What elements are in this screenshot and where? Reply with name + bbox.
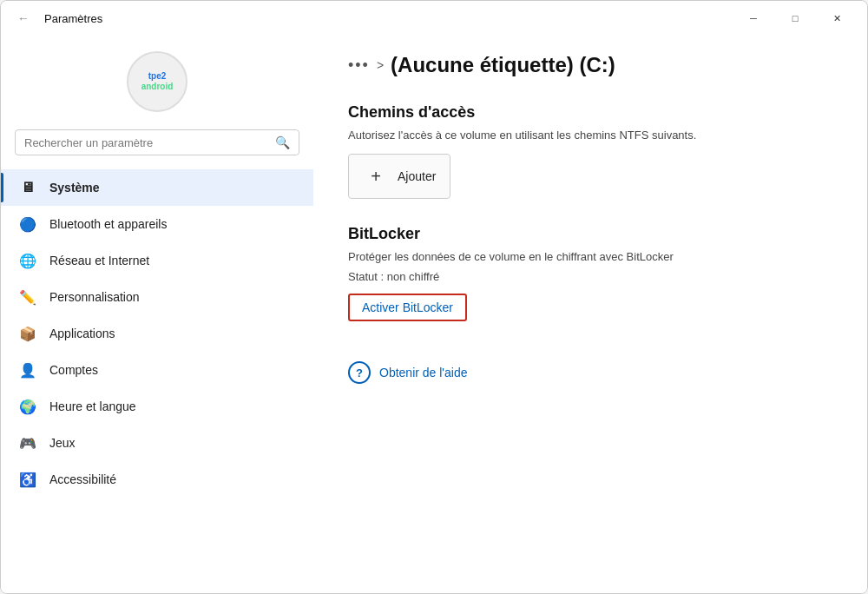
chemins-section: Chemins d'accès Autorisez l'accès à ce v… bbox=[348, 103, 832, 199]
nav-label-systeme: Système bbox=[49, 181, 100, 195]
accessibilite-icon: ♿ bbox=[18, 470, 37, 489]
nav-item-systeme[interactable]: 🖥 Système bbox=[1, 169, 313, 206]
nav-item-personnalisation[interactable]: ✏️ Personnalisation bbox=[1, 279, 313, 315]
nav-label-reseau: Réseau et Internet bbox=[49, 254, 149, 267]
nav-label-accessibilite: Accessibilité bbox=[49, 472, 116, 486]
nav-item-heure[interactable]: 🌍 Heure et langue bbox=[1, 388, 313, 425]
activate-bitlocker-button[interactable]: Activer BitLocker bbox=[348, 294, 467, 321]
reseau-icon: 🌐 bbox=[18, 251, 37, 270]
window-title: Paramètres bbox=[44, 12, 102, 25]
plus-icon: + bbox=[363, 163, 389, 189]
right-content: ••• > (Aucune étiquette) (C:) Chemins d'… bbox=[313, 36, 867, 593]
back-button[interactable]: ← bbox=[11, 6, 36, 30]
maximize-button[interactable]: □ bbox=[775, 4, 815, 32]
search-input[interactable] bbox=[24, 136, 268, 149]
logo-area: tpe2 android bbox=[1, 43, 313, 129]
bitlocker-section: BitLocker Protéger les données de ce vol… bbox=[348, 225, 832, 347]
window-controls: ─ □ ✕ bbox=[733, 4, 857, 32]
logo: tpe2 android bbox=[127, 51, 187, 112]
main-content: tpe2 android 🔍 🖥 Système 🔵 Bluetooth et … bbox=[1, 36, 867, 593]
bluetooth-icon: 🔵 bbox=[18, 214, 37, 234]
bitlocker-status: Statut : non chiffré bbox=[348, 270, 832, 283]
chemins-desc: Autorisez l'accès à ce volume en utilisa… bbox=[348, 129, 832, 142]
help-label: Obtenir de l'aide bbox=[379, 366, 468, 380]
nav-item-applications[interactable]: 📦 Applications bbox=[1, 315, 313, 352]
logo-text: tpe2 android bbox=[141, 71, 174, 92]
personnalisation-icon: ✏️ bbox=[18, 287, 37, 307]
search-icon: 🔍 bbox=[275, 135, 290, 149]
nav-item-bluetooth[interactable]: 🔵 Bluetooth et appareils bbox=[1, 206, 313, 242]
applications-icon: 📦 bbox=[18, 324, 37, 343]
title-bar: ← Paramètres ─ □ ✕ bbox=[1, 1, 867, 36]
bitlocker-title: BitLocker bbox=[348, 225, 832, 243]
nav-label-personnalisation: Personnalisation bbox=[49, 290, 140, 304]
add-path-button[interactable]: + Ajouter bbox=[348, 154, 450, 199]
chemins-title: Chemins d'accès bbox=[348, 103, 832, 122]
nav-label-jeux: Jeux bbox=[49, 436, 76, 450]
nav-item-comptes[interactable]: 👤 Comptes bbox=[1, 352, 313, 388]
settings-window: ← Paramètres ─ □ ✕ tpe2 android bbox=[0, 0, 868, 594]
nav-item-jeux[interactable]: 🎮 Jeux bbox=[1, 425, 313, 461]
comptes-icon: 👤 bbox=[18, 360, 37, 380]
breadcrumb-chevron: > bbox=[377, 58, 384, 72]
sidebar: tpe2 android 🔍 🖥 Système 🔵 Bluetooth et … bbox=[1, 36, 313, 593]
systeme-icon: 🖥 bbox=[18, 178, 37, 197]
add-label: Ajouter bbox=[398, 169, 436, 183]
help-icon: ? bbox=[348, 361, 371, 384]
search-box[interactable]: 🔍 bbox=[15, 129, 299, 155]
nav-item-accessibilite[interactable]: ♿ Accessibilité bbox=[1, 461, 313, 498]
nav-label-heure: Heure et langue bbox=[49, 399, 136, 413]
close-button[interactable]: ✕ bbox=[817, 4, 857, 32]
nav-label-comptes: Comptes bbox=[49, 363, 98, 377]
minimize-button[interactable]: ─ bbox=[733, 4, 773, 32]
breadcrumb-title: (Aucune étiquette) (C:) bbox=[391, 53, 615, 77]
breadcrumb-dots: ••• bbox=[348, 56, 370, 75]
bitlocker-desc: Protéger les données de ce volume en le … bbox=[348, 250, 832, 263]
title-bar-left: ← Paramètres bbox=[11, 6, 102, 30]
help-row[interactable]: ? Obtenir de l'aide bbox=[348, 361, 832, 384]
jeux-icon: 🎮 bbox=[18, 433, 37, 452]
nav-label-bluetooth: Bluetooth et appareils bbox=[49, 217, 167, 231]
nav-label-applications: Applications bbox=[49, 327, 115, 340]
breadcrumb: ••• > (Aucune étiquette) (C:) bbox=[348, 53, 832, 77]
heure-icon: 🌍 bbox=[18, 397, 37, 416]
nav-item-reseau[interactable]: 🌐 Réseau et Internet bbox=[1, 242, 313, 279]
